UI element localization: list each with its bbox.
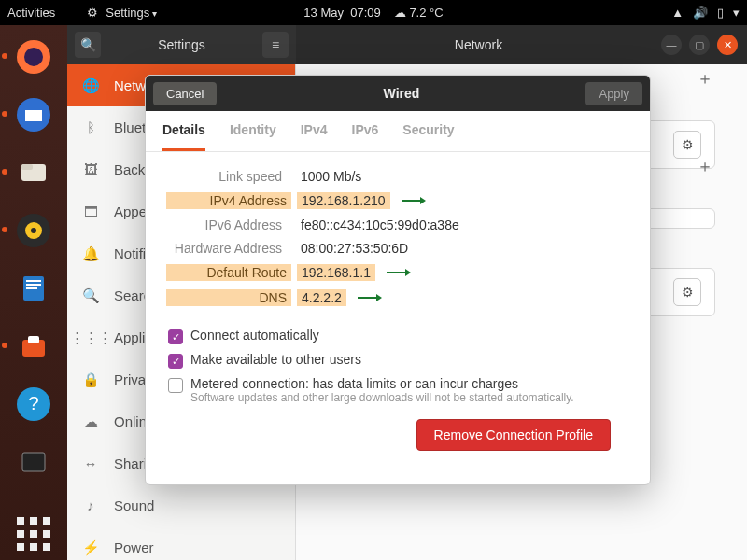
- detail-label: DNS: [166, 289, 291, 306]
- checkbox[interactable]: ✓: [168, 329, 183, 344]
- tab-identity[interactable]: Identity: [230, 122, 276, 151]
- gear-icon: ⚙: [682, 285, 694, 300]
- sidebar-item-power[interactable]: ⚡Power: [67, 526, 295, 560]
- add-connection-button[interactable]: ＋: [693, 66, 717, 91]
- svg-rect-13: [28, 336, 39, 343]
- detail-label: Default Route: [166, 264, 291, 281]
- ubuntu-dock: ?: [0, 25, 67, 560]
- dialog-title: Wired: [217, 86, 585, 101]
- highlight-arrow-icon: [356, 291, 382, 304]
- detail-value: 192.168.1.210: [297, 192, 390, 209]
- hamburger-icon: ≡: [272, 37, 279, 52]
- dialog-header: Cancel Wired Apply: [146, 76, 650, 111]
- checkbox-label: Metered connection: has data limits or c…: [190, 376, 574, 391]
- hamburger-menu-button[interactable]: ≡: [262, 32, 289, 58]
- checkbox[interactable]: [168, 378, 183, 393]
- detail-row: Default Route192.168.1.1: [166, 264, 629, 281]
- checkbox[interactable]: ✓: [168, 354, 183, 369]
- sidebar-icon: 🌐: [82, 77, 99, 94]
- add-connection-button[interactable]: ＋: [693, 154, 717, 178]
- dock-help[interactable]: ?: [7, 378, 60, 430]
- checkbox-row: ✓Connect automatically: [168, 328, 629, 344]
- sidebar-icon: 🖼: [82, 161, 99, 177]
- detail-row: Link speed1000 Mb/s: [166, 169, 629, 184]
- svg-rect-16: [22, 453, 45, 471]
- system-menu-icon[interactable]: ▾: [733, 6, 740, 20]
- connection-dialog: Cancel Wired Apply DetailsIdentityIPv4IP…: [145, 75, 651, 485]
- detail-label: IPv4 Address: [166, 192, 291, 209]
- network-icon[interactable]: ▲: [671, 6, 684, 20]
- sidebar-icon: ᛒ: [82, 119, 99, 135]
- sidebar-icon: 🗖: [82, 203, 99, 219]
- cancel-button[interactable]: Cancel: [153, 82, 217, 105]
- svg-text:?: ?: [28, 393, 38, 413]
- sidebar-icon: 🔒: [82, 371, 99, 388]
- remove-profile-button[interactable]: Remove Connection Profile: [416, 419, 611, 451]
- sidebar-title: Settings: [106, 37, 257, 52]
- highlight-arrow-icon: [385, 266, 411, 279]
- window-maximize[interactable]: ▢: [689, 35, 710, 55]
- svg-marker-18: [420, 197, 426, 204]
- gear-icon: ⚙: [87, 6, 98, 20]
- svg-marker-20: [405, 269, 411, 276]
- detail-label: Link speed: [166, 169, 291, 184]
- detail-value: fe80::c434:10c5:99d0:a38e: [297, 217, 459, 232]
- topbar-weather[interactable]: ☁ 7.2 °C: [394, 6, 444, 20]
- checkbox-sublabel: Software updates and other large downloa…: [190, 391, 574, 404]
- svg-point-7: [31, 228, 36, 233]
- checkbox-label: Connect automatically: [190, 328, 319, 343]
- sidebar-item-sound[interactable]: ♪Sound: [67, 484, 295, 526]
- dock-files[interactable]: [7, 147, 60, 199]
- detail-label: IPv6 Address: [166, 217, 291, 232]
- dock-thunderbird[interactable]: [7, 89, 60, 141]
- svg-rect-4: [21, 164, 33, 170]
- checkbox-label: Make available to other users: [190, 352, 361, 367]
- search-icon: 🔍: [80, 37, 96, 52]
- detail-value: 08:00:27:53:50:6D: [297, 241, 408, 256]
- checkbox-row: Metered connection: has data limits or c…: [168, 376, 629, 404]
- sidebar-icon: ⚡: [82, 539, 99, 556]
- sidebar-icon: ⋮⋮⋮: [82, 329, 99, 346]
- dock-xterm[interactable]: [7, 436, 60, 488]
- svg-rect-9: [26, 280, 41, 282]
- sidebar-icon: 🔔: [82, 245, 99, 262]
- app-menu[interactable]: Settings: [106, 6, 157, 20]
- window-close[interactable]: ✕: [717, 35, 738, 55]
- dock-show-apps[interactable]: [7, 508, 60, 560]
- tab-details[interactable]: Details: [162, 122, 205, 151]
- sidebar-icon: ☁: [82, 413, 99, 430]
- tab-ipv6[interactable]: IPv6: [352, 122, 379, 151]
- detail-value: 1000 Mb/s: [297, 169, 361, 184]
- detail-value: 192.168.1.1: [297, 264, 375, 281]
- highlight-arrow-icon: [400, 194, 426, 207]
- checkbox-row: ✓Make available to other users: [168, 352, 629, 369]
- svg-rect-10: [26, 284, 41, 286]
- dock-writer[interactable]: [7, 262, 60, 315]
- dock-software[interactable]: [7, 320, 60, 372]
- gear-button[interactable]: ⚙: [673, 278, 701, 306]
- dock-firefox[interactable]: [7, 31, 60, 83]
- sidebar-icon: 🔍: [82, 287, 99, 304]
- sidebar-item-label: Sound: [114, 497, 154, 513]
- detail-row: Hardware Address08:00:27:53:50:6D: [166, 241, 629, 256]
- detail-row: IPv4 Address192.168.1.210: [166, 192, 629, 209]
- volume-icon[interactable]: 🔊: [693, 6, 708, 20]
- tab-ipv4[interactable]: IPv4: [301, 122, 328, 151]
- gear-icon: ⚙: [682, 137, 694, 152]
- sidebar-search-button[interactable]: 🔍: [75, 32, 101, 58]
- sidebar-icon: ♪: [82, 497, 99, 513]
- detail-value: 4.2.2.2: [297, 289, 346, 306]
- dock-rhythmbox[interactable]: [7, 204, 60, 257]
- sidebar-icon: ↔: [82, 455, 99, 471]
- settings-titlebar: 🔍 Settings ≡ Network — ▢ ✕: [67, 25, 747, 64]
- window-title: Network: [296, 37, 661, 52]
- tab-security[interactable]: Security: [402, 122, 454, 151]
- window-minimize[interactable]: —: [661, 35, 682, 55]
- topbar-date[interactable]: 13 May 07:09: [303, 6, 380, 20]
- battery-icon[interactable]: ▯: [717, 6, 724, 20]
- apply-button[interactable]: Apply: [585, 82, 642, 105]
- svg-rect-11: [26, 287, 37, 289]
- activities-button[interactable]: Activities: [7, 6, 55, 20]
- detail-label: Hardware Address: [166, 241, 291, 256]
- svg-point-1: [24, 48, 43, 66]
